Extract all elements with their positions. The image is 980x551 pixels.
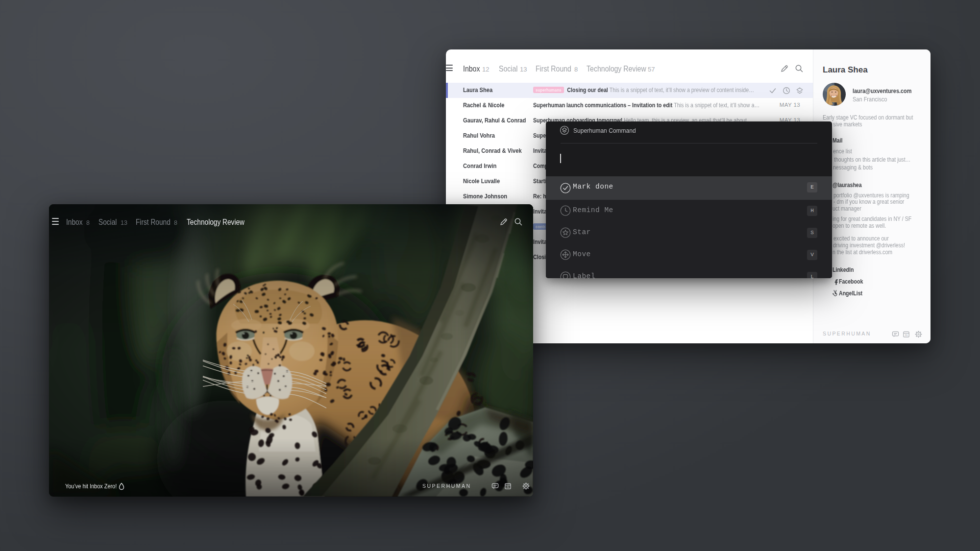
svg-text:31: 31 — [506, 485, 509, 488]
svg-text:31: 31 — [905, 334, 907, 336]
